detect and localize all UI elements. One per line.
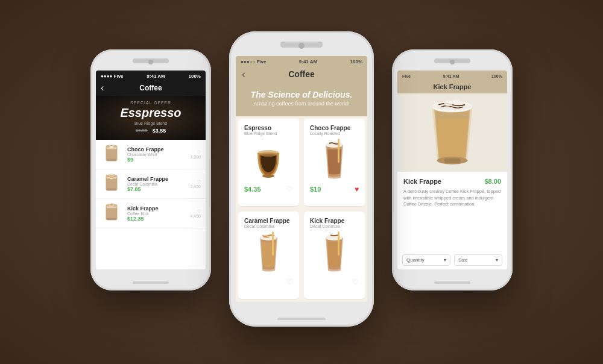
product-subtitle: Decaf Colombia bbox=[244, 224, 293, 228]
left-back-button[interactable]: ‹ bbox=[101, 83, 104, 93]
product-heart-icon[interactable]: ♡ bbox=[286, 185, 293, 193]
quantity-chevron-icon: ▾ bbox=[444, 257, 446, 263]
left-hero-subtitle: Blue Ridge Blend bbox=[102, 121, 200, 125]
right-status-bar: Five 9:41 AM 100% bbox=[397, 71, 507, 81]
quantity-selector[interactable]: Quantity ▾ bbox=[402, 254, 450, 266]
left-status-bar: ●●●● Five 9:41 AM 100% bbox=[96, 71, 206, 81]
right-product-price: $8.00 bbox=[484, 178, 501, 185]
left-hero-product-name: Esspresso bbox=[102, 106, 200, 120]
right-header: Five 9:41 AM 100% Kick Frappe bbox=[397, 71, 507, 93]
left-phone: ●●●● Five 9:41 AM 100% ‹ Coffee Special … bbox=[90, 49, 211, 290]
center-nav-title: Coffee bbox=[288, 69, 315, 79]
list-item-name: Choco Frappe bbox=[127, 146, 185, 152]
svg-rect-8 bbox=[107, 189, 116, 191]
product-image bbox=[244, 232, 293, 274]
product-image bbox=[244, 139, 293, 181]
left-battery: 100% bbox=[189, 74, 201, 79]
product-card-espresso[interactable]: Espresso Blue Ridge Blend bbox=[238, 119, 299, 207]
center-time: 9:41 AM bbox=[299, 59, 317, 64]
center-tagline: The Science of Delicious. bbox=[244, 90, 359, 99]
left-home-indicator bbox=[133, 281, 169, 284]
list-item-subtitle: Decaf Colombia bbox=[127, 182, 185, 186]
list-item-price: $7.85 bbox=[127, 186, 185, 192]
product-card-caramel-frappe[interactable]: Caramel Frappe Decaf Colombia bbox=[238, 212, 299, 300]
center-back-button[interactable]: ‹ bbox=[242, 68, 245, 81]
list-item-likes: ♡4,450 bbox=[190, 209, 201, 218]
size-label: Size bbox=[458, 257, 468, 263]
product-heart-icon[interactable]: ♥ bbox=[355, 185, 359, 193]
right-product-name: Kick Frappe bbox=[403, 178, 441, 185]
right-product-details: Kick Frappe $8.00 A deliciously creamy C… bbox=[397, 172, 507, 269]
product-image bbox=[310, 232, 359, 274]
right-phone: Five 9:41 AM 100% Kick Frappe bbox=[392, 49, 513, 290]
product-card-choco-frappe[interactable]: Choco Frappe Locally Roasted bbox=[304, 119, 365, 207]
product-name: Choco Frappe bbox=[310, 125, 359, 131]
list-item[interactable]: Caramel Frappe Decaf Colombia $7.85 ♡3,4… bbox=[96, 169, 206, 199]
svg-rect-29 bbox=[444, 158, 460, 163]
list-item-image bbox=[101, 143, 122, 165]
left-signal: ●●●● Five bbox=[101, 74, 124, 79]
left-product-list: Choco Frappe Chocolate Whirl $9 ♡3,200 bbox=[96, 140, 206, 269]
right-nav-title: Kick Frappe bbox=[434, 83, 472, 90]
list-item-name: Kick Frappe bbox=[127, 206, 185, 212]
list-item-price: $12.35 bbox=[127, 216, 185, 222]
left-price-old: $5.55 bbox=[136, 128, 148, 134]
list-item[interactable]: Choco Frappe Chocolate Whirl $9 ♡3,200 bbox=[96, 140, 206, 169]
left-special-offer-label: Special Offer bbox=[102, 101, 200, 105]
center-header: ●●●○○ Five 9:41 AM 100% ‹ Coffee bbox=[236, 56, 367, 83]
center-status-bar: ●●●○○ Five 9:41 AM 100% bbox=[236, 56, 367, 67]
product-price: $10 bbox=[310, 186, 321, 193]
svg-rect-24 bbox=[338, 231, 339, 256]
right-product-description: A deliciously creamy Coffee Kick Frappé,… bbox=[403, 189, 501, 208]
product-subtitle: Blue Ridge Blend bbox=[244, 131, 293, 136]
list-item-likes: ♡3,456 bbox=[190, 180, 201, 189]
center-product-grid: Espresso Blue Ridge Blend bbox=[236, 116, 367, 302]
svg-rect-22 bbox=[272, 231, 274, 256]
center-signal: ●●●○○ Five bbox=[241, 59, 266, 64]
product-subtitle: Decaf Colombia bbox=[310, 224, 359, 228]
right-product-image bbox=[422, 96, 482, 169]
list-item-subtitle: Coffee Kick bbox=[127, 212, 185, 216]
list-item-name: Caramel Frappe bbox=[127, 176, 185, 182]
right-battery: 100% bbox=[491, 74, 502, 78]
list-item-image bbox=[101, 202, 122, 224]
left-price-new: $3.55 bbox=[153, 128, 166, 134]
size-selector[interactable]: Size ▾ bbox=[454, 254, 502, 266]
list-item-likes: ♡3,200 bbox=[190, 150, 201, 159]
svg-point-26 bbox=[444, 101, 453, 106]
list-item-price: $9 bbox=[127, 157, 185, 163]
left-nav-title: Coffee bbox=[139, 84, 162, 92]
left-hero: Special Offer Esspresso Blue Ridge Blend… bbox=[96, 96, 206, 140]
phones-container: ●●●● Five 9:41 AM 100% ‹ Coffee Special … bbox=[72, 13, 531, 351]
size-chevron-icon: ▾ bbox=[496, 257, 498, 263]
product-card-kick-frappe[interactable]: Kick Frappe Decaf Colombia bbox=[304, 212, 365, 300]
product-name: Kick Frappe bbox=[310, 218, 359, 224]
svg-rect-13 bbox=[107, 218, 116, 221]
list-item[interactable]: Kick Frappe Coffee Kick $12.35 ♡4,450 bbox=[96, 199, 206, 228]
center-hero: The Science of Delicious. Amazing coffee… bbox=[236, 83, 367, 116]
center-battery: 100% bbox=[350, 59, 362, 64]
svg-point-27 bbox=[452, 99, 460, 105]
right-time: 9:41 AM bbox=[443, 74, 459, 78]
product-price: $4.35 bbox=[244, 186, 261, 193]
right-product-image-area bbox=[397, 93, 507, 172]
product-heart-icon[interactable]: ♡ bbox=[352, 278, 359, 286]
left-time: 9:41 AM bbox=[147, 74, 165, 79]
list-item-image bbox=[101, 173, 122, 195]
center-home-indicator bbox=[277, 318, 326, 320]
product-subtitle: Locally Roasted bbox=[310, 131, 359, 136]
right-home-indicator bbox=[434, 281, 470, 284]
list-item-subtitle: Chocolate Whirl bbox=[127, 152, 185, 157]
product-heart-icon[interactable]: ♡ bbox=[286, 278, 293, 286]
svg-point-4 bbox=[109, 144, 114, 149]
quantity-label: Quantity bbox=[406, 257, 425, 263]
center-hero-subtitle: Amazing coffees from around the world! bbox=[244, 101, 359, 107]
center-phone: ●●●○○ Five 9:41 AM 100% ‹ Coffee The Sci… bbox=[229, 31, 374, 327]
left-header: ●●●● Five 9:41 AM 100% ‹ Coffee bbox=[96, 71, 206, 96]
product-image bbox=[310, 139, 359, 181]
svg-rect-3 bbox=[107, 159, 116, 162]
svg-rect-20 bbox=[338, 139, 339, 163]
product-name: Espresso bbox=[244, 125, 293, 131]
svg-point-18 bbox=[262, 174, 274, 178]
right-signal: Five bbox=[402, 74, 411, 78]
